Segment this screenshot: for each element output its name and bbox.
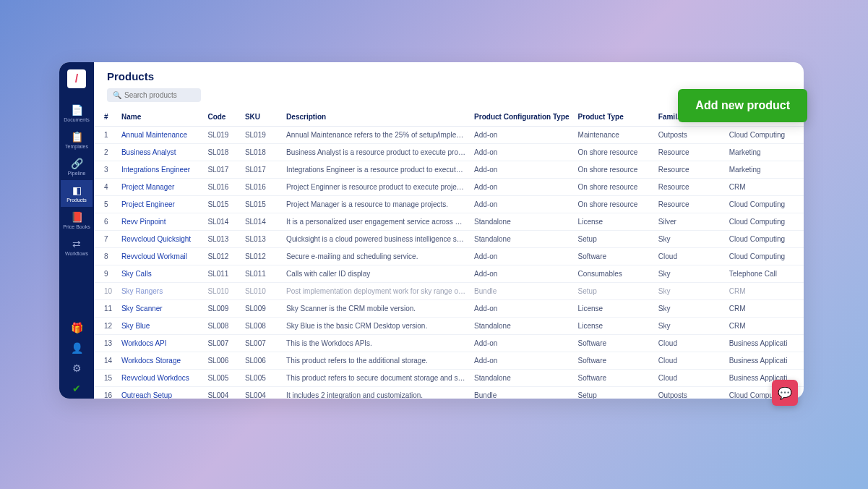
cell: Sky <box>654 265 725 283</box>
cell: 15 <box>94 370 117 387</box>
table-row[interactable]: 9Sky CallsSL011SL011Calls with caller ID… <box>94 265 804 283</box>
sidebar-item-products[interactable]: ◧Products <box>61 180 93 207</box>
sidebar-label: Templates <box>65 144 88 149</box>
cell: SL005 <box>203 370 240 387</box>
cell: SL005 <box>241 370 282 387</box>
cell: Sky Rangers <box>117 283 203 300</box>
cell: Sky <box>654 318 725 335</box>
search-icon: 🔍 <box>113 91 121 99</box>
cell: Revvcloud Quicksight <box>117 231 203 248</box>
cell: SL016 <box>241 179 282 196</box>
sidebar-item-pipeline[interactable]: 🔗Pipeline <box>61 153 93 180</box>
chat-fab[interactable]: 💬 <box>772 380 798 406</box>
search-box[interactable]: 🔍 <box>107 88 201 102</box>
cell: Outposts <box>654 387 725 399</box>
table-row[interactable]: 1Annual MaintenanceSL019SL019Annual Main… <box>94 127 804 144</box>
page-title: Products <box>107 70 791 82</box>
cell: License <box>574 213 654 231</box>
search-input[interactable] <box>124 91 195 99</box>
table-row[interactable]: 3Integrations EngineerSL017SL017Integrat… <box>94 161 804 179</box>
sidebar-item-workflows[interactable]: ⇄Workflows <box>61 234 93 260</box>
cell: Add-on <box>470 144 573 161</box>
cell: SL012 <box>241 248 282 265</box>
table-row[interactable]: 10Sky RangersSL010SL010Post implementati… <box>94 283 804 300</box>
chat-icon: 💬 <box>778 386 792 400</box>
cell: Setup <box>574 231 654 248</box>
cell: SL004 <box>203 387 240 399</box>
app-logo[interactable]: / <box>67 69 86 88</box>
cell: Annual Maintenance <box>117 127 203 144</box>
add-new-product-button[interactable]: Add new product <box>678 89 807 122</box>
cell: Workdocs Storage <box>117 352 203 370</box>
column-header[interactable]: Product Type <box>574 108 654 127</box>
cell: SL006 <box>241 352 282 370</box>
cell: SL010 <box>241 283 282 300</box>
cell: SL009 <box>203 300 240 318</box>
column-header[interactable]: Description <box>282 108 470 127</box>
table-row[interactable]: 16Outreach SetupSL004SL004It includes 2 … <box>94 387 804 399</box>
table-row[interactable]: 2Business AnalystSL018SL018Business Anal… <box>94 144 804 161</box>
cell: Sky Blue is the basic CRM Desktop versio… <box>282 318 470 335</box>
table-row[interactable]: 11Sky ScannerSL009SL009Sky Scanner is th… <box>94 300 804 318</box>
cell: Standalone <box>470 213 573 231</box>
settings-icon[interactable]: ⚙ <box>61 358 93 378</box>
status-ok-icon[interactable]: ✔ <box>61 378 93 399</box>
page-header: Products <box>94 62 804 88</box>
column-header[interactable]: Code <box>203 108 240 127</box>
cell: Revvcloud Workmail <box>117 248 203 265</box>
cell: Business Applicati <box>725 335 804 352</box>
cell: On shore resource <box>574 161 654 179</box>
column-header[interactable]: # <box>94 108 117 127</box>
table-row[interactable]: 6Revv PinpointSL014SL014It is a personal… <box>94 213 804 231</box>
cell: Sky Scanner <box>117 300 203 318</box>
cell: Secure e-mailing and scheduling service. <box>282 248 470 265</box>
sidebar-icon: 🔗 <box>71 158 83 169</box>
sidebar-item-templates[interactable]: 📋Templates <box>61 127 93 153</box>
table-row[interactable]: 8Revvcloud WorkmailSL012SL012Secure e-ma… <box>94 248 804 265</box>
cell: This is the Workdocs APIs. <box>282 335 470 352</box>
sidebar-item-price-books[interactable]: 📕Price Books <box>61 207 93 234</box>
cell: On shore resource <box>574 144 654 161</box>
user-icon[interactable]: 👤 <box>61 338 93 358</box>
cell: SL006 <box>203 352 240 370</box>
column-header[interactable]: Product Configuration Type <box>470 108 573 127</box>
cell: Resource <box>654 161 725 179</box>
table-row[interactable]: 14Workdocs StorageSL006SL006This product… <box>94 352 804 370</box>
cell: 5 <box>94 196 117 213</box>
table-row[interactable]: 15Revvcloud WorkdocsSL005SL005This produ… <box>94 370 804 387</box>
column-header[interactable]: Name <box>117 108 203 127</box>
cell: Add-on <box>470 265 573 283</box>
cell: Project Engineer <box>117 196 203 213</box>
sidebar-label: Documents <box>64 117 89 122</box>
cell: Outreach Setup <box>117 387 203 399</box>
cell: SL008 <box>203 318 240 335</box>
cell: Maintenance <box>574 127 654 144</box>
table-row[interactable]: 12Sky BlueSL008SL008Sky Blue is the basi… <box>94 318 804 335</box>
cell: Sky <box>654 231 725 248</box>
table-row[interactable]: 7Revvcloud QuicksightSL013SL013Quicksigh… <box>94 231 804 248</box>
table-row[interactable]: 5Project EngineerSL015SL015Project Manag… <box>94 196 804 213</box>
cell: License <box>574 300 654 318</box>
gift-icon[interactable]: 🎁 <box>61 318 93 338</box>
column-header[interactable]: SKU <box>241 108 282 127</box>
sidebar-item-documents[interactable]: 📄Documents <box>61 100 93 127</box>
cell: Integrations Engineer is a resource prod… <box>282 161 470 179</box>
cell: Cloud Computing <box>725 231 804 248</box>
cell: 12 <box>94 318 117 335</box>
sidebar-label: Pipeline <box>68 171 86 176</box>
cell: SL015 <box>203 196 240 213</box>
table-row[interactable]: 4Project ManagerSL016SL016Project Enginn… <box>94 179 804 196</box>
cell: Cloud <box>654 352 725 370</box>
cell: SL009 <box>241 300 282 318</box>
cell: It is a personalized user engagement ser… <box>282 213 470 231</box>
cell: SL014 <box>241 213 282 231</box>
cell: Cloud <box>654 370 725 387</box>
cell: 1 <box>94 127 117 144</box>
table-row[interactable]: 13Workdocs APISL007SL007This is the Work… <box>94 335 804 352</box>
cell: 2 <box>94 144 117 161</box>
cell: Standalone <box>470 370 573 387</box>
sidebar-label: Products <box>66 197 87 203</box>
sidebar-label: Workflows <box>65 251 88 256</box>
cell: SL013 <box>203 231 240 248</box>
cell: Software <box>574 248 654 265</box>
